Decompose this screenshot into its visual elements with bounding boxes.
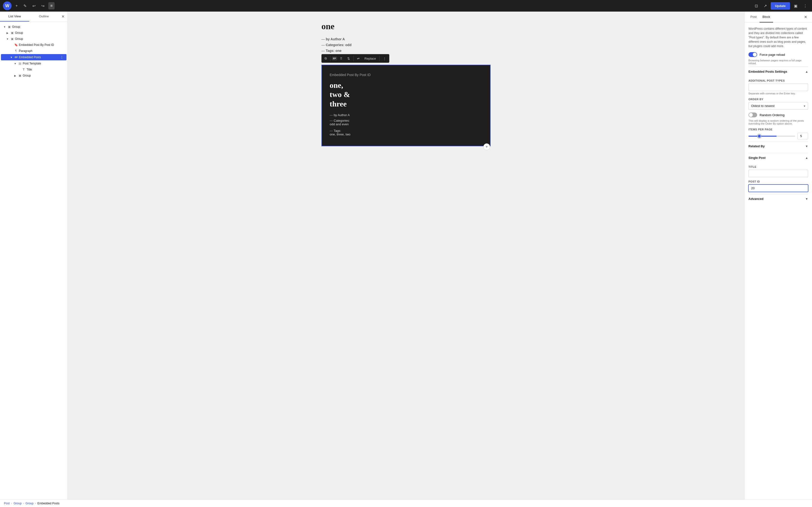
tab-post[interactable]: Post <box>748 12 760 22</box>
tree-label-embedded-posts: Embedded Posts <box>19 56 58 59</box>
breadcrumb-post[interactable]: Post <box>4 502 10 505</box>
advanced-chevron: ▼ <box>805 197 808 201</box>
undo-button[interactable]: ↩ <box>31 2 38 10</box>
sidebar-close-button[interactable]: ✕ <box>58 12 67 21</box>
pencil-button[interactable]: ✎ <box>21 2 29 10</box>
block-toolbar: ⧉ EP ⠿ ⇅ ⇌ Replace ⋮ <box>321 54 389 63</box>
block-description: WordPress contains different types of co… <box>749 26 808 48</box>
tree-item-group1[interactable]: ▼ ▣ Group <box>1 24 66 30</box>
list-view-toggle[interactable]: ≡ <box>48 2 54 9</box>
force-reload-row: Force page reload <box>749 52 808 57</box>
breadcrumb: Post › Group › Group › Embedded Posts <box>0 500 812 507</box>
random-ordering-desc: This will display a random ordering of t… <box>749 119 808 125</box>
tree-item-post-template[interactable]: ▼ ▤ Post Template <box>1 61 66 66</box>
add-button[interactable]: + <box>13 2 19 9</box>
topbar: W + ✎ ↩ ↪ ≡ ⊡ ↗ Update ▣ ⋮ <box>0 0 812 12</box>
toolbar-divider-2 <box>353 56 354 61</box>
single-post-title: Single Post <box>749 156 766 160</box>
advanced-title: Advanced <box>749 197 763 201</box>
right-sidebar-content: WordPress contains different types of co… <box>745 23 812 500</box>
tree-more-button[interactable]: ⋮ <box>59 55 64 59</box>
tree-item-group2[interactable]: ▶ ▣ Group <box>1 30 66 36</box>
additional-post-types-input[interactable] <box>749 83 808 91</box>
tree-label-embedded-post-by-id: Embedded Post By Post ID <box>19 43 64 47</box>
template-icon: ▤ <box>18 62 22 65</box>
post-meta-author: — by Author A <box>321 37 491 41</box>
embedded-tags: — Tags:one, three, two <box>329 129 483 136</box>
post-meta-categories: — Categories: odd <box>321 43 491 47</box>
random-ordering-label: Random Ordering <box>760 113 784 117</box>
title-input[interactable] <box>749 170 808 177</box>
toggle-group3[interactable]: ▼ <box>6 38 9 40</box>
more-options-button[interactable]: ⋮ <box>801 2 809 10</box>
embedded-posts-settings-title: Embedded Posts Settings <box>749 70 787 73</box>
tree-item-group3[interactable]: ▼ ▣ Group <box>1 36 66 42</box>
tree-item-group4[interactable]: ▶ ▣ Group <box>1 73 66 78</box>
breadcrumb-sep-1: › <box>11 502 12 505</box>
settings-button[interactable]: ▣ <box>792 2 800 10</box>
items-per-page-slider[interactable] <box>749 136 795 137</box>
force-reload-label: Force page reload <box>760 53 785 56</box>
move-up-down[interactable]: ⇅ <box>345 56 352 62</box>
tree-label-group2: Group <box>15 31 64 35</box>
tree-item-paragraph[interactable]: ▶ ¶ Paragraph <box>1 48 66 54</box>
replace-button[interactable]: Replace <box>362 56 378 62</box>
single-post-chevron: ▲ <box>805 156 808 160</box>
embedded-posts-settings-header[interactable]: Embedded Posts Settings ▲ <box>749 67 808 76</box>
toggle-embedded-posts[interactable]: ▼ <box>10 56 13 59</box>
tree-item-embedded-posts[interactable]: ▼ EP Embedded Posts ⋮ <box>1 54 66 60</box>
embedded-block-heading: Embedded Post By Post ID <box>329 73 483 77</box>
toggle-group2[interactable]: ▶ <box>6 32 9 34</box>
wp-logo: W <box>3 1 12 10</box>
copy-block-button[interactable]: ⧉ <box>323 55 329 62</box>
random-ordering-row: Random Ordering <box>749 113 808 117</box>
random-ordering-toggle[interactable] <box>749 113 757 117</box>
tree-item-embedded-post-by-id[interactable]: ▶ 🔖 Embedded Post By Post ID <box>1 42 66 48</box>
canvas-content: one — by Author A — Categories: odd — Ta… <box>321 21 491 146</box>
tab-list-view[interactable]: List View <box>0 12 29 21</box>
sidebar-tree: ▼ ▣ Group ▶ ▣ Group ▼ ▣ Group ▶ 🔖 Embedd… <box>0 22 67 500</box>
post-id-input[interactable] <box>749 184 808 192</box>
breadcrumb-group2[interactable]: Group <box>26 502 33 505</box>
advanced-header[interactable]: Advanced ▼ <box>749 194 808 204</box>
order-by-label: ORDER BY <box>749 98 808 101</box>
breadcrumb-sep-3: › <box>35 502 36 505</box>
block-type-button[interactable]: EP <box>332 56 337 60</box>
title-field-label: TITLE <box>749 165 808 168</box>
items-per-page-input[interactable] <box>798 133 808 139</box>
post-id-label: POST ID <box>749 180 808 183</box>
embedded-block-wrapper: ⧉ EP ⠿ ⇅ ⇌ Replace ⋮ Embedded Post By Po… <box>321 65 491 146</box>
tab-outline[interactable]: Outline <box>29 12 58 21</box>
toggle-group1[interactable]: ▼ <box>3 25 6 28</box>
tree-item-title[interactable]: ▶ T Title <box>1 67 66 72</box>
right-sidebar: Post Block ✕ WordPress contains differen… <box>744 12 812 500</box>
breadcrumb-current: Embedded Posts <box>38 502 59 505</box>
add-block-button[interactable]: + <box>483 144 490 150</box>
order-by-wrapper: Oldest to newest Newest to oldest Alphab… <box>749 102 808 110</box>
view-button[interactable]: ⊡ <box>753 2 760 10</box>
update-button[interactable]: Update <box>771 2 790 10</box>
breadcrumb-group1[interactable]: Group <box>13 502 21 505</box>
transform-button[interactable]: ⇌ <box>355 56 361 62</box>
order-by-select[interactable]: Oldest to newest Newest to oldest Alphab… <box>749 102 808 110</box>
canvas-area[interactable]: one — by Author A — Categories: odd — Ta… <box>68 12 744 500</box>
preview-button[interactable]: ↗ <box>762 2 769 10</box>
single-post-header[interactable]: Single Post ▲ <box>749 153 808 163</box>
related-by-title: Related By <box>749 145 765 148</box>
items-per-page-label: ITEMS PER PAGE <box>749 128 808 131</box>
toggle-knob <box>753 53 757 56</box>
embedded-block[interactable]: Embedded Post By Post ID one,two &three … <box>321 65 491 146</box>
related-by-header[interactable]: Related By ▼ <box>749 141 808 151</box>
toggle-group4[interactable]: ▶ <box>13 74 17 77</box>
toggle-post-template[interactable]: ▼ <box>13 62 17 65</box>
tab-block[interactable]: Block <box>760 12 773 22</box>
tree-label-group3: Group <box>15 37 64 41</box>
post-title: one <box>321 21 491 32</box>
more-block-options[interactable]: ⋮ <box>381 56 388 62</box>
drag-handle[interactable]: ⠿ <box>338 56 344 62</box>
right-sidebar-close[interactable]: ✕ <box>802 13 809 21</box>
group-icon-2: ▣ <box>10 31 14 35</box>
items-per-page-row <box>749 133 808 139</box>
redo-button[interactable]: ↪ <box>39 2 46 10</box>
force-reload-toggle[interactable] <box>749 52 757 57</box>
